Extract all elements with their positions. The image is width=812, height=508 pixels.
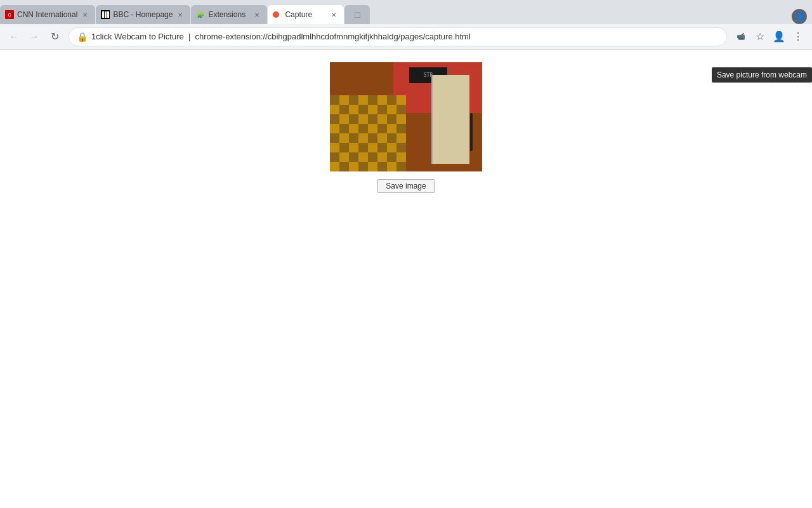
reload-button[interactable]: ↻: [46, 28, 63, 46]
bookmark-icon: ☆: [756, 30, 764, 43]
profile-avatar[interactable]: 👤: [792, 9, 807, 24]
tab-extensions-label: Extensions: [208, 10, 249, 19]
back-button[interactable]: ←: [5, 28, 23, 46]
omnibox[interactable]: 🔒 1click Webcam to Picture | chrome-exte…: [69, 27, 727, 46]
tab-extensions-close-button[interactable]: ✕: [252, 10, 262, 20]
omnibox-url: chrome-extension://cbihgpadlmlhhcdofmnmg…: [195, 32, 471, 41]
placeholder-tab-icon: □: [355, 10, 360, 20]
page-content: STR Save image: [0, 50, 812, 508]
chrome-browser-window: C CNN International ✕ BBC - Homepage ✕: [0, 0, 812, 508]
toolbar-actions: 📹 ☆ 👤 ⋮: [732, 28, 807, 46]
person-icon: 👤: [773, 30, 785, 43]
save-image-button[interactable]: Save image: [377, 179, 434, 193]
video-camera-button[interactable]: 📹: [732, 28, 750, 46]
settings-button[interactable]: 👤: [770, 28, 788, 46]
bookmark-button[interactable]: ☆: [751, 28, 769, 46]
tab-bar-right-controls: 👤: [787, 9, 812, 24]
menu-button[interactable]: ⋮: [789, 28, 807, 46]
tab-bbc-close-button[interactable]: ✕: [175, 10, 185, 20]
tab-cnn-label: CNN International: [17, 10, 77, 19]
capture-favicon-icon: [273, 10, 282, 19]
tab-capture[interactable]: Capture ✕: [268, 5, 344, 24]
bbc-favicon-icon: [101, 10, 110, 19]
cnn-favicon-icon: C: [5, 10, 14, 19]
webcam-canvas: STR: [330, 62, 482, 171]
browser-toolbar: ← → ↻ 🔒 1click Webcam to Picture | chrom…: [0, 24, 812, 50]
profile-icon: 👤: [794, 11, 805, 22]
white-panel: [431, 75, 469, 164]
webcam-image-container: STR Save image: [330, 62, 482, 193]
webcam-image: STR: [330, 62, 482, 171]
tab-cnn-close-button[interactable]: ✕: [80, 10, 90, 20]
video-camera-icon: 📹: [737, 32, 745, 41]
tab-capture-close-button[interactable]: ✕: [329, 10, 339, 20]
tab-placeholder[interactable]: □: [344, 5, 370, 24]
tab-extensions[interactable]: 🧩 Extensions ✕: [191, 5, 267, 24]
save-picture-tooltip: Save picture from webcam: [712, 67, 812, 83]
cable-element: [470, 113, 473, 151]
tab-bbc-label: BBC - Homepage: [113, 10, 173, 19]
tab-bar: C CNN International ✕ BBC - Homepage ✕: [0, 0, 812, 24]
omnibox-page-title: 1click Webcam to Picture | chrome-extens…: [91, 32, 719, 41]
checker-tiles: [330, 95, 406, 171]
menu-dots-icon: ⋮: [793, 30, 803, 43]
tab-bbc[interactable]: BBC - Homepage ✕: [96, 5, 190, 24]
tabs-container: C CNN International ✕ BBC - Homepage ✕: [0, 5, 787, 24]
forward-button[interactable]: →: [25, 28, 43, 46]
tab-capture-label: Capture: [285, 10, 326, 19]
extensions-favicon-icon: 🧩: [196, 10, 205, 19]
tab-cnn[interactable]: C CNN International ✕: [0, 5, 95, 24]
secure-icon: 🔒: [77, 32, 88, 42]
